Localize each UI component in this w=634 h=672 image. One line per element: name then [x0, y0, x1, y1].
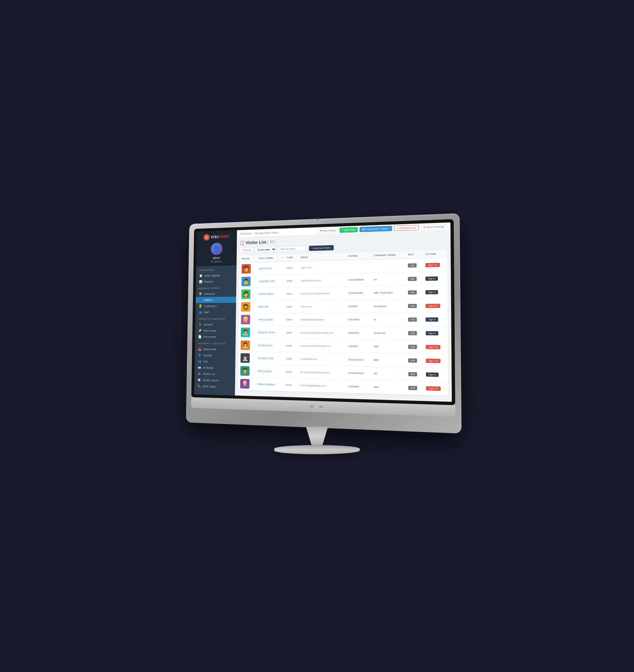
cell-email: m@m.com [298, 299, 346, 313]
cell-type: Visitor [284, 339, 298, 352]
visitor-name[interactable]: Eduardo Torres [258, 331, 275, 334]
edit-button[interactable]: Edit [408, 344, 417, 349]
visitor-table: Image Full Name Type Email Phone Company… [238, 250, 448, 396]
main-content: Dashboard / Manage Visitor Users... 🗺 Wa… [235, 222, 452, 402]
visitor-name[interactable]: Kirk Fletcher [258, 369, 272, 373]
sidebar-item-deliveries[interactable]: 📦 Deliveries [196, 290, 236, 297]
sidebar-item-site-access[interactable]: 🔑 Site Access [195, 328, 236, 334]
add-visit-button[interactable]: + Add Visits [340, 227, 358, 233]
company-text: xt [374, 318, 376, 321]
visitor-name[interactable]: Wade Davidson [258, 382, 275, 386]
visitor-name[interactable]: Dustin Henry [258, 344, 272, 347]
sidebar-item-label: Reports [204, 280, 213, 283]
brand-logo: S VISIPOiNT [204, 233, 230, 241]
breadcrumb-dashboard[interactable]: Dashboard [240, 232, 252, 235]
sidebar-item-general-account[interactable]: ⚙ General [195, 352, 236, 359]
action-button[interactable]: Sign Out [426, 304, 440, 308]
sidebar-item-visitors[interactable]: 👤 Visitors [196, 296, 236, 303]
breadcrumb: Dashboard / Manage Visitor Users... [240, 231, 280, 235]
sidebar-item-work-types[interactable]: 🔧 Work Types [194, 383, 235, 390]
cell-email: j.tyler@abccorp.com [298, 273, 346, 287]
action-button[interactable]: Sign Out [425, 263, 439, 267]
general-settings-button[interactable]: ⚙ General Settings [420, 224, 447, 230]
col-name: Full Name [257, 254, 284, 262]
add-visitor-button[interactable]: + Add new Visitor [309, 245, 334, 251]
cell-email: Turner@GB.com [298, 352, 346, 366]
edit-button[interactable]: Edit [408, 331, 417, 335]
cell-email: eduardo.torres81@example.com [298, 326, 346, 339]
site-access-icon: 🔑 [198, 329, 202, 332]
cell-phone: 93050552 [346, 326, 371, 340]
company-text: BD [374, 372, 377, 375]
visitor-name[interactable]: Ronald Turner [258, 357, 274, 360]
cell-name: anne kirk [256, 300, 284, 313]
action-button[interactable]: Sign Out [426, 345, 440, 349]
visitor-name[interactable]: Henry Dutton [258, 318, 273, 321]
visitor-name[interactable]: Jack Brown [259, 267, 272, 270]
logbook-icon: 📋 [199, 274, 203, 278]
sidebar-item-contractors[interactable]: 👷 Contractors [195, 303, 236, 309]
cell-edit: Edit [406, 340, 423, 354]
type-badge: Visitor [286, 344, 292, 347]
action-button[interactable]: Sign Out [426, 359, 440, 363]
action-button[interactable]: Sign Out [426, 386, 441, 391]
edit-button[interactable]: Edit [408, 263, 417, 268]
edit-button[interactable]: Edit [408, 304, 417, 308]
cell-name: Henry Dutton [256, 313, 284, 326]
sidebar-item-documents[interactable]: 📄 Documents [195, 334, 236, 340]
sidebar-item-import-data[interactable]: 📥 Import Data [195, 346, 236, 353]
emergency-button[interactable]: ⚠ Emergency List [394, 225, 419, 231]
cell-action: Sign In [423, 285, 448, 299]
sidebar-item-general-terms[interactable]: ⚙ General [195, 321, 236, 328]
table-row: 👩 hendra wilson Visitor sherrine_lane31@… [239, 285, 447, 301]
edit-button[interactable]: Edit [408, 317, 417, 321]
cell-phone: 01343264823 [346, 366, 371, 380]
type-badge: Visitor [287, 280, 293, 282]
breadcrumb-separator: / [252, 232, 253, 235]
sidebar-item-id-badge[interactable]: 🪪 ID Badge [195, 364, 235, 371]
deliveries-icon: 📦 [198, 292, 202, 296]
cell-company: BD [371, 366, 406, 381]
email-text: s.tarek@digitalgroup.com [300, 384, 326, 387]
breadcrumb-manage-visitors[interactable]: Manage Visitor Users... [254, 231, 280, 235]
general-account-icon: ⚙ [198, 354, 201, 357]
sidebar-item-staff[interactable]: 👥 Staff [195, 309, 236, 315]
search-input[interactable] [277, 246, 307, 252]
companies-button[interactable]: 🏢 Companies / Depar... [360, 226, 392, 232]
emergency-icon: ⚠ [397, 226, 399, 230]
visitor-name[interactable]: hendra wilson [259, 292, 274, 295]
edit-button[interactable]: Edit [408, 358, 417, 363]
wayfinding-button[interactable]: 🗺 Way Finding [317, 228, 338, 234]
phone-text: 5230987 [348, 305, 358, 308]
cell-phone: 37578569 [346, 313, 371, 326]
sidebar-item-reports[interactable]: 📊 Reports [196, 278, 236, 285]
reset-button[interactable]: ↺ Reset [239, 247, 253, 253]
cell-action: Sign Out [423, 299, 448, 312]
phone-text: 01343264823 [348, 372, 363, 375]
cell-type: Visitor [284, 274, 298, 287]
cell-edit: Edit [406, 326, 423, 340]
sidebar-item-label: Visit [203, 360, 208, 363]
edit-button[interactable]: Edit [408, 277, 417, 281]
per-page-select[interactable]: 20 per page [255, 246, 276, 253]
action-button[interactable]: Sign In [426, 373, 439, 377]
edit-button[interactable]: Edit [408, 290, 417, 294]
table-container: Image Full Name Type Email Phone Company… [238, 250, 448, 396]
action-button[interactable]: Sign In [426, 277, 438, 281]
visitor-name[interactable]: Jonathan Tyler [259, 280, 275, 283]
edit-button[interactable]: Edit [408, 372, 417, 376]
sidebar-item-daily-logbook[interactable]: 📋 Daily Logbook [196, 272, 236, 279]
cell-company [371, 258, 406, 273]
action-button[interactable]: Sign In [426, 317, 438, 322]
edit-button[interactable]: Edit [409, 386, 417, 390]
action-button[interactable]: Sign In [426, 290, 438, 294]
cell-email: henry66@example.com [298, 313, 346, 326]
page-title-wrap: 📋 Visitor List ( 10 ) [240, 239, 276, 245]
visitor-avatar: 🧑 [242, 264, 251, 273]
action-button[interactable]: Sign In [426, 331, 438, 335]
content-area: 📋 Visitor List ( 10 ) [235, 231, 452, 402]
avatar: 👤 [211, 242, 223, 255]
cell-email: m@m.com [298, 260, 346, 274]
visitor-name[interactable]: anne kirk [258, 305, 268, 308]
sidebar-item-visit[interactable]: 👥 Visit [195, 358, 235, 365]
